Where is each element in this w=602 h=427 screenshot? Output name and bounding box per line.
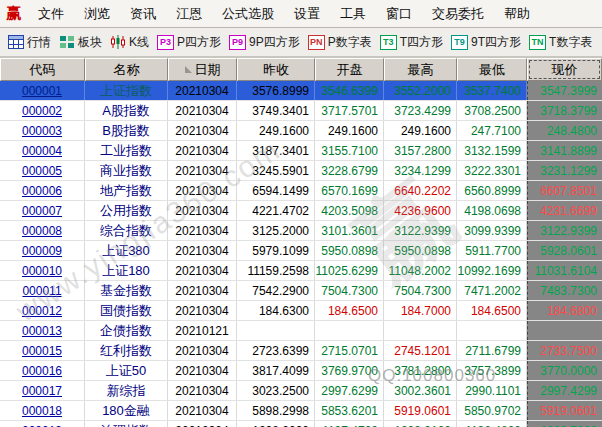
toolbar-item-quotes[interactable]: 行情 (5, 32, 54, 53)
cell-code[interactable]: 000012 (0, 301, 85, 320)
cell-prev_close: 7542.2900 (237, 281, 315, 300)
cell-code[interactable]: 000007 (0, 201, 85, 220)
cell-code[interactable]: 000018 (0, 401, 85, 420)
menu-bar: 赢 文件浏览资讯江恩公式选股设置工具窗口交易委托帮助 (0, 0, 602, 28)
cell-code[interactable]: 000015 (0, 341, 85, 360)
blocks-icon (59, 35, 75, 49)
menu-item-window[interactable]: 窗口 (376, 5, 422, 23)
table-row-000007[interactable]: 000007公用指数202103044221.47024203.50984236… (0, 201, 602, 221)
cell-code[interactable]: 000017 (0, 381, 85, 400)
t3-badge-icon: T3 (380, 35, 397, 50)
table-row-000013[interactable]: 000013企债指数20210121 (0, 321, 602, 341)
cell-high: 3002.3601 (384, 381, 457, 400)
toolbar-item-p-square[interactable]: P3P四方形 (154, 32, 224, 53)
menu-item-trade[interactable]: 交易委托 (422, 5, 494, 23)
cell-low: 5850.9702 (457, 401, 527, 420)
cell-prev_close: 3023.2500 (237, 381, 315, 400)
cell-code[interactable]: 000011 (0, 281, 85, 300)
menu-item-formula-select[interactable]: 公式选股 (212, 5, 284, 23)
table-row-000012[interactable]: 000012国债指数20210304184.6300184.6500184.70… (0, 301, 602, 321)
table-row-000016[interactable]: 000016上证50202103043817.40993769.97003781… (0, 361, 602, 381)
cell-date: 20210304 (168, 201, 237, 220)
menu-item-gann[interactable]: 江恩 (166, 5, 212, 23)
column-header-code[interactable]: 代码 (0, 58, 85, 81)
cell-price: 3141.8899 (527, 141, 602, 160)
cell-code[interactable]: 000008 (0, 221, 85, 240)
toolbar-item-t-square[interactable]: T3T四方形 (377, 32, 446, 53)
cell-date: 20210304 (168, 181, 237, 200)
cell-open: 3546.6399 (315, 81, 384, 100)
menu-item-news[interactable]: 资讯 (120, 5, 166, 23)
table-row-000018[interactable]: 000018180金融202103045898.29985853.6201591… (0, 401, 602, 421)
table-row-000009[interactable]: 000009上证380202103045979.10995950.0898595… (0, 241, 602, 261)
cell-name: 基金指数 (85, 281, 168, 300)
table-row-000011[interactable]: 000011基金指数202103047542.29007504.73007504… (0, 281, 602, 301)
p9-badge-icon: P9 (229, 35, 246, 50)
cell-low: 6560.8999 (457, 181, 527, 200)
cell-code[interactable]: 000004 (0, 141, 85, 160)
cell-price: 3718.3799 (527, 101, 602, 120)
cell-open (315, 321, 384, 340)
cell-code[interactable]: 000006 (0, 181, 85, 200)
table-row-000005[interactable]: 000005商业指数202103043245.59013228.67993234… (0, 161, 602, 181)
cell-high: 3781.2800 (384, 361, 457, 380)
toolbar: 行情板块K线P3P四方形P99P四方形PNP数字表T3T四方形T99T四方形TN… (0, 28, 602, 58)
cell-low: 1196.4800 (457, 421, 527, 427)
column-header-low[interactable]: 最低 (457, 58, 527, 81)
toolbar-item-t-number-table[interactable]: TNT数字表 (526, 32, 595, 53)
cell-prev_close (237, 321, 315, 340)
column-header-label: 开盘 (337, 61, 363, 79)
toolbar-item-p-number-table[interactable]: PNP数字表 (305, 32, 375, 53)
menu-item-tools[interactable]: 工具 (330, 5, 376, 23)
cell-code[interactable]: 000019 (0, 421, 85, 427)
column-header-open[interactable]: 开盘 (315, 58, 384, 81)
cell-code[interactable]: 000010 (0, 261, 85, 280)
menu-item-browse[interactable]: 浏览 (74, 5, 120, 23)
cell-high: 3552.2000 (384, 81, 457, 100)
table-row-000008[interactable]: 000008综合指数202103043125.20003101.36013122… (0, 221, 602, 241)
cell-name: 企债指数 (85, 321, 168, 340)
cell-high: 3234.1299 (384, 161, 457, 180)
column-header-high[interactable]: 最高 (384, 58, 457, 81)
cell-price: 3547.3999 (527, 81, 602, 100)
cell-price: 248.4800 (527, 121, 602, 140)
table-row-000003[interactable]: 000003B股指数20210304249.1600249.1600249.16… (0, 121, 602, 141)
table-row-000006[interactable]: 000006地产指数202103046594.14996570.16996640… (0, 181, 602, 201)
cell-prev_close: 3749.3401 (237, 101, 315, 120)
menu-item-file[interactable]: 文件 (28, 5, 74, 23)
table-row-000002[interactable]: 000002A股指数202103043749.34013717.57013723… (0, 101, 602, 121)
cell-code[interactable]: 000003 (0, 121, 85, 140)
column-header-name[interactable]: 名称 (85, 58, 168, 81)
column-header-prev_close[interactable]: 昨收 (237, 58, 315, 81)
cell-date: 20210304 (168, 121, 237, 140)
cell-code[interactable]: 000016 (0, 361, 85, 380)
column-header-date[interactable]: 日期 (168, 58, 237, 81)
toolbar-item-label: 行情 (27, 34, 51, 51)
cell-open: 6570.1699 (315, 181, 384, 200)
toolbar-item-label: 9T四方形 (471, 34, 521, 51)
table-row-000004[interactable]: 000004工业指数202103043187.34013155.71003157… (0, 141, 602, 161)
toolbar-item-sectors[interactable]: 板块 (56, 32, 105, 53)
table-row-000010[interactable]: 000010上证1802021030411159.259811025.62991… (0, 261, 602, 281)
cell-code[interactable]: 000013 (0, 321, 85, 340)
toolbar-item-9p-square[interactable]: P99P四方形 (226, 32, 303, 53)
cell-code[interactable]: 000005 (0, 161, 85, 180)
table-row-000019[interactable]: 000019治理指数202103041208.20001197.47001203… (0, 421, 602, 427)
toolbar-item-9t-square[interactable]: T99T四方形 (448, 32, 524, 53)
menu-item-help[interactable]: 帮助 (494, 5, 540, 23)
cell-code[interactable]: 000002 (0, 101, 85, 120)
cell-prev_close: 1208.2000 (237, 421, 315, 427)
table-row-000001[interactable]: 000001上证指数202103043576.89993546.63993552… (0, 81, 602, 101)
cell-name: B股指数 (85, 121, 168, 140)
cell-prev_close: 3187.3401 (237, 141, 315, 160)
cell-name: 上证380 (85, 241, 168, 260)
menu-item-settings[interactable]: 设置 (284, 5, 330, 23)
column-header-price[interactable]: 现价 (527, 58, 602, 81)
cell-code[interactable]: 000009 (0, 241, 85, 260)
table-row-000015[interactable]: 000015红利指数202103042723.63992715.07012745… (0, 341, 602, 361)
toolbar-item-kline[interactable]: K线 (107, 32, 152, 53)
cell-code[interactable]: 000001 (0, 81, 85, 100)
cell-prev_close: 2723.6399 (237, 341, 315, 360)
table-row-000017[interactable]: 000017新综指202103043023.25002997.62993002.… (0, 381, 602, 401)
cell-high: 11048.2002 (384, 261, 457, 280)
